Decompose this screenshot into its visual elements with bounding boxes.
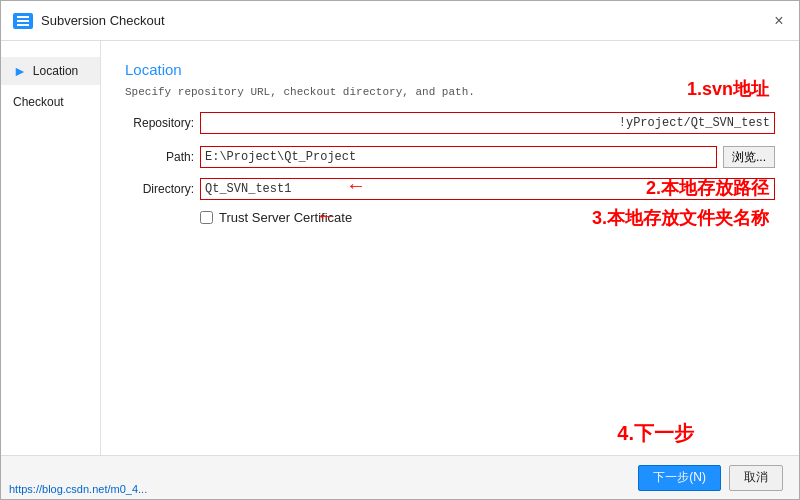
directory-input[interactable] bbox=[200, 178, 775, 200]
sidebar-label-checkout: Checkout bbox=[13, 95, 64, 109]
sidebar: ► Location Checkout bbox=[1, 41, 101, 455]
arrow-right-icon: ► bbox=[13, 63, 27, 79]
trust-cert-row: Trust Server Certificate bbox=[200, 210, 775, 225]
repository-input[interactable] bbox=[201, 114, 619, 132]
trust-cert-label: Trust Server Certificate bbox=[219, 210, 352, 225]
titlebar: Subversion Checkout × bbox=[1, 1, 799, 41]
sidebar-label-location: Location bbox=[33, 64, 78, 78]
bottom-bar: https://blog.csdn.net/m0_4... 4.下一步 下一步(… bbox=[1, 455, 799, 499]
next-button[interactable]: 下一步(N) bbox=[638, 465, 721, 491]
repository-suffix: !yProject/Qt_SVN_test bbox=[619, 116, 774, 130]
section-title: Location bbox=[125, 61, 775, 78]
path-row: Path: 浏览... bbox=[125, 146, 775, 168]
cancel-button[interactable]: 取消 bbox=[729, 465, 783, 491]
close-button[interactable]: × bbox=[767, 9, 791, 33]
path-input[interactable] bbox=[200, 146, 717, 168]
sidebar-item-location[interactable]: ► Location bbox=[1, 57, 100, 85]
browse-button[interactable]: 浏览... bbox=[723, 146, 775, 168]
content-panel: Location Specify repository URL, checkou… bbox=[101, 41, 799, 455]
main-content: ► Location Checkout Location Specify rep… bbox=[1, 41, 799, 455]
repository-row: Repository: !yProject/Qt_SVN_test bbox=[125, 112, 775, 134]
repository-label: Repository: bbox=[125, 116, 200, 130]
repository-input-wrap: !yProject/Qt_SVN_test bbox=[200, 112, 775, 134]
directory-row: Directory: bbox=[125, 178, 775, 200]
section-description: Specify repository URL, checkout directo… bbox=[125, 86, 775, 98]
app-icon bbox=[13, 13, 33, 29]
sidebar-item-checkout[interactable]: Checkout bbox=[1, 89, 100, 115]
dialog-title: Subversion Checkout bbox=[41, 13, 165, 28]
annotation-4: 4.下一步 bbox=[617, 420, 694, 447]
trust-cert-checkbox[interactable] bbox=[200, 211, 213, 224]
directory-label: Directory: bbox=[125, 182, 200, 196]
path-label: Path: bbox=[125, 150, 200, 164]
bottom-link: https://blog.csdn.net/m0_4... bbox=[9, 483, 147, 495]
dialog-window: Subversion Checkout × ► Location Checkou… bbox=[0, 0, 800, 500]
